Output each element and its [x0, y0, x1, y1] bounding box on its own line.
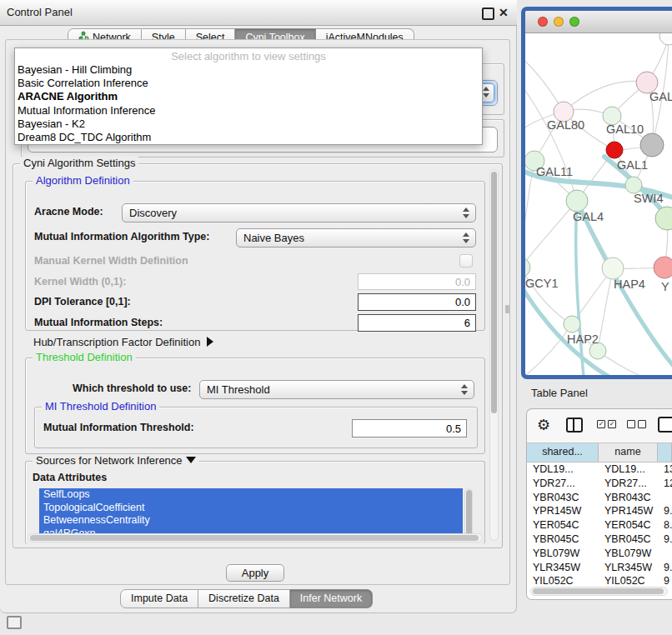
add-column-icon[interactable] — [658, 417, 672, 432]
graph-node[interactable] — [525, 258, 530, 278]
table-cell: 8. — [658, 518, 672, 532]
zoom-traffic-light[interactable] — [569, 17, 579, 27]
table-hscrollbar[interactable] — [530, 587, 668, 596]
graph-node[interactable] — [606, 142, 623, 158]
data-attributes-list: SelfLoopsTopologicalCoefficientBetweenne… — [39, 488, 463, 540]
attributes-hscrollbar[interactable] — [28, 533, 483, 542]
network-canvas[interactable]: GALGAL80GAL10GAL1GAL11SWI4GAL4GCY1HAP4YH… — [525, 33, 672, 376]
mi-threshold-label: Mutual Information Threshold: — [43, 422, 194, 433]
tab-impute-data[interactable]: Impute Data — [120, 589, 198, 608]
graph-node-label: GAL1 — [617, 158, 648, 172]
table-row[interactable]: YBR045CYBR045C9. — [527, 532, 672, 547]
attributes-vscrollbar[interactable] — [464, 488, 473, 540]
table-cell: 9. — [658, 561, 672, 575]
graph-node[interactable] — [640, 133, 664, 157]
graph-node[interactable] — [602, 258, 624, 279]
algorithm-option[interactable]: Dream8 DC_TDC Algorithm — [15, 131, 482, 144]
attribute-item[interactable]: TopologicalCoefficient — [39, 502, 463, 515]
graph-edge[interactable] — [598, 351, 672, 376]
algorithm-option[interactable]: ARACNE Algorithm — [15, 90, 482, 103]
graph-edge[interactable] — [525, 324, 572, 376]
column-header-shared...[interactable]: shared... — [527, 443, 599, 462]
graph-node-label: GAL11 — [536, 165, 573, 178]
table-cell: YDL19... — [599, 462, 658, 477]
graph-node[interactable] — [654, 257, 672, 278]
graph-edge[interactable] — [525, 201, 577, 268]
graph-node[interactable] — [566, 190, 588, 212]
table-row[interactable]: YLR345WYLR345W9. — [527, 561, 672, 575]
table-cell: YPR145W — [527, 504, 599, 518]
tab-infer-network[interactable]: Infer Network — [290, 589, 373, 608]
sources-title-text: Sources for Network Inference — [36, 454, 183, 467]
table-row[interactable]: YBL079WYBL079W — [527, 547, 672, 561]
graph-edge[interactable] — [564, 81, 647, 112]
which-threshold-combo[interactable]: MI Threshold — [199, 380, 474, 399]
algorithm-option[interactable]: Mutual Information Inference — [15, 104, 482, 118]
table-row[interactable]: YER054CYER054C8. — [527, 518, 672, 532]
algorithm-option[interactable]: Bayesian - Hill Climbing — [15, 63, 482, 77]
mi-threshold-input[interactable] — [352, 419, 467, 438]
graph-edge[interactable] — [598, 268, 613, 351]
graph-node[interactable] — [659, 33, 672, 45]
settings-scrollbar[interactable] — [489, 169, 499, 541]
manual-kernel-checkbox[interactable] — [459, 254, 473, 268]
graph-node-label: GAL — [649, 90, 672, 103]
kernel-width-input[interactable] — [358, 273, 476, 290]
graph-node[interactable] — [625, 177, 642, 193]
aracne-mode-value: Discovery — [129, 207, 177, 219]
table-row[interactable]: YDR27...YDR27...12 — [527, 477, 672, 491]
table-cell — [658, 491, 672, 505]
table-row[interactable]: YBR043CYBR043C — [527, 491, 672, 505]
aracne-mode-combo[interactable]: Discovery — [122, 203, 476, 222]
algorithm-option[interactable]: Bayesian - K2 — [15, 118, 482, 131]
threshold-definition-group: Threshold Definition Which threshold to … — [25, 358, 485, 454]
table-cell: 9. — [658, 532, 672, 547]
cyni-bottom-tabs: Impute DataDiscretize DataInfer Network — [120, 589, 373, 608]
table-cell: 13 — [658, 462, 672, 477]
algorithm-list: Bayesian - Hill ClimbingBasic Correlatio… — [15, 63, 482, 144]
float-window-icon[interactable] — [482, 8, 494, 20]
gear-icon[interactable]: ⚙ — [537, 416, 550, 434]
algorithm-option[interactable]: Basic Correlation Inference — [15, 77, 482, 90]
hub-definition-toggle[interactable]: Hub/Transcription Factor Definition — [33, 336, 213, 348]
table-cell: 9. — [658, 504, 672, 518]
attribute-item[interactable]: BetweennessCentrality — [39, 514, 463, 528]
table-cell: YDL19... — [527, 462, 599, 477]
table-row[interactable]: YDL19...YDL19...13 — [527, 462, 672, 477]
close-icon[interactable]: ✕ — [499, 4, 509, 21]
stepper-arrows-icon — [463, 208, 470, 218]
tab-discretize-data[interactable]: Discretize Data — [198, 589, 290, 608]
select-all-columns-icon[interactable]: ✓✓ — [597, 420, 616, 428]
threshold-definition-title: Threshold Definition — [33, 351, 136, 363]
graph-node-label: HAP4 — [614, 278, 645, 291]
table-row[interactable]: YPR145WYPR145W9. — [527, 504, 672, 518]
graph-node[interactable] — [564, 316, 580, 332]
dpi-tolerance-input[interactable] — [358, 293, 476, 311]
stepper-arrows-icon — [463, 232, 470, 243]
graph-edge[interactable] — [525, 279, 672, 376]
sources-group-title[interactable]: Sources for Network Inference — [33, 454, 199, 467]
tab-label: Discretize Data — [208, 589, 279, 608]
column-header-name[interactable]: name — [599, 443, 658, 462]
graph-node-label: GCY1 — [525, 277, 559, 290]
graph-edge[interactable] — [576, 201, 584, 376]
graph-node-label: GAL80 — [547, 118, 584, 132]
apply-button[interactable]: Apply — [226, 564, 284, 582]
attribute-item[interactable]: SelfLoops — [39, 488, 463, 502]
mi-steps-input[interactable] — [358, 314, 476, 332]
tab-label: Impute Data — [131, 589, 188, 608]
mi-threshold-group-title: MI Threshold Definition — [42, 400, 159, 412]
deselect-all-columns-icon[interactable] — [627, 420, 646, 428]
network-window-titlebar[interactable] — [525, 11, 672, 33]
minimized-panel-icon[interactable] — [7, 616, 22, 629]
control-panel-content: Select algorithm to view settings Bayesi… — [5, 39, 510, 585]
graph-node-label: HAP2 — [567, 332, 599, 346]
columns-icon[interactable] — [566, 418, 583, 432]
close-traffic-light[interactable] — [538, 17, 548, 27]
column-header-cut[interactable] — [658, 443, 672, 462]
minimize-traffic-light[interactable] — [554, 17, 564, 27]
table-header-row: shared...name — [527, 442, 672, 462]
mi-type-combo[interactable]: Naive Bayes — [236, 228, 476, 248]
panel-splitter-handle[interactable] — [505, 305, 509, 313]
graph-node[interactable] — [655, 207, 672, 230]
